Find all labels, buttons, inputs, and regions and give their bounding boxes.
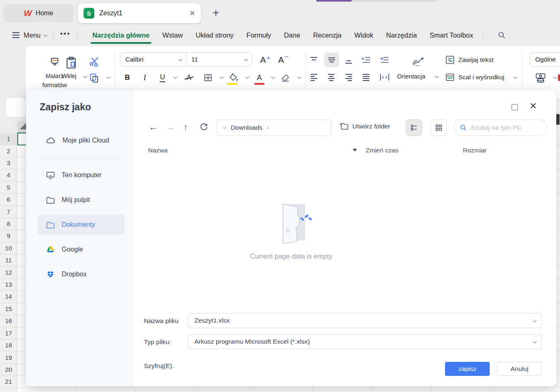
close-dialog-button[interactable]: ✕: [529, 102, 537, 110]
row-header[interactable]: 14: [0, 291, 17, 303]
borders-icon[interactable]: [201, 71, 215, 84]
row-header[interactable]: 11: [0, 254, 17, 266]
ribbon-tab[interactable]: Smart Toolbox: [430, 26, 473, 45]
copy-chevron-icon[interactable]: [106, 75, 110, 79]
breadcrumb-back-icon[interactable]: «: [223, 124, 227, 131]
ribbon-tab[interactable]: Narzędzia główne: [92, 26, 149, 45]
row-header[interactable]: 20: [0, 364, 17, 376]
create-folder-button[interactable]: Utwórz folder: [340, 122, 390, 130]
row-header[interactable]: 12: [0, 266, 17, 278]
sort-direction-icon[interactable]: [353, 149, 357, 152]
maximize-button[interactable]: [512, 104, 518, 110]
align-top-icon[interactable]: [307, 54, 321, 66]
save-button[interactable]: zapisz: [445, 362, 490, 376]
sidebar-item-cloud[interactable]: Moje pliki Cloud: [38, 131, 124, 150]
decrease-indent-icon[interactable]: [359, 54, 374, 66]
row-header[interactable]: 16: [0, 315, 17, 327]
justify-icon[interactable]: [359, 71, 373, 83]
select-all-corner[interactable]: [20, 123, 26, 129]
new-tab-button[interactable]: +: [213, 7, 219, 19]
row-header[interactable]: 19: [0, 352, 17, 363]
orientation-label[interactable]: Orientacja: [397, 73, 425, 80]
search-icon[interactable]: [498, 31, 506, 39]
orientation-chevron-icon[interactable]: [435, 74, 439, 78]
back-button[interactable]: ←: [149, 122, 158, 132]
list-view-toggle[interactable]: [406, 119, 422, 136]
number-format-combo[interactable]: Ogólne: [530, 52, 560, 67]
format-painter-label-2[interactable]: formatów: [26, 82, 84, 88]
file-type-combo[interactable]: Arkusz programu Microsoft Excel (*.xlsx): [188, 334, 542, 349]
column-header-modified[interactable]: Zmień czas: [366, 147, 398, 154]
hamburger-icon[interactable]: [12, 32, 19, 38]
strikethrough-icon[interactable]: A: [182, 71, 196, 84]
wrap-text-label[interactable]: Zawijaj tekst: [458, 56, 493, 64]
row-header[interactable]: 22: [0, 388, 17, 392]
ribbon-tab[interactable]: Układ strony: [196, 26, 234, 45]
row-header[interactable]: 6: [0, 194, 17, 206]
sidebar-item-dropbox[interactable]: Dropbox: [38, 264, 124, 284]
close-tab-icon[interactable]: ✕: [189, 9, 195, 18]
scrollbar-thumb[interactable]: [556, 114, 560, 125]
underline-chevron-icon[interactable]: [173, 75, 177, 79]
breadcrumb[interactable]: « Downloads ›: [217, 119, 331, 136]
row-header[interactable]: 2: [0, 145, 17, 157]
merge-center-icon[interactable]: [444, 72, 456, 83]
underline-icon[interactable]: U: [156, 71, 169, 84]
italic-icon[interactable]: I: [138, 71, 151, 84]
name-box[interactable]: [6, 98, 26, 117]
align-left-icon[interactable]: [307, 71, 321, 83]
file-type-chevron-icon[interactable]: [533, 339, 537, 343]
document-tab[interactable]: S Zeszyt1 ✕: [78, 3, 201, 23]
wrap-text-icon[interactable]: [444, 55, 456, 65]
up-button[interactable]: ↑: [183, 122, 188, 132]
align-right-icon[interactable]: [342, 71, 356, 83]
row-header[interactable]: 8: [0, 218, 17, 230]
distributed-align-icon[interactable]: [377, 71, 392, 83]
row-header[interactable]: 21: [0, 376, 17, 388]
row-header[interactable]: 9: [0, 230, 17, 242]
ribbon-tab[interactable]: Widok: [354, 26, 373, 45]
decrease-font-icon[interactable]: A−: [275, 53, 292, 67]
row-header[interactable]: 4: [0, 169, 17, 181]
font-color-icon[interactable]: A: [252, 70, 266, 85]
row-header[interactable]: 15: [0, 303, 17, 315]
row-header[interactable]: 7: [0, 206, 17, 218]
cut-icon[interactable]: [86, 54, 103, 69]
font-name-chevron-icon[interactable]: [178, 57, 182, 61]
eraser-icon[interactable]: [278, 71, 293, 84]
sidebar-item-this-pc[interactable]: Ten komputer: [38, 165, 124, 185]
row-header[interactable]: 1: [0, 133, 17, 145]
grid-view-toggle[interactable]: [431, 119, 447, 136]
row-header[interactable]: 18: [0, 340, 17, 352]
align-middle-icon[interactable]: [324, 52, 339, 67]
file-name-chevron-icon[interactable]: [533, 318, 537, 322]
forward-button[interactable]: →: [166, 122, 175, 132]
row-header[interactable]: 10: [0, 242, 17, 254]
font-size-chevron-icon[interactable]: [244, 57, 248, 61]
home-tab[interactable]: W Home: [3, 4, 74, 22]
fill-color-icon[interactable]: [227, 70, 241, 85]
ribbon-tab[interactable]: Dane: [284, 26, 300, 45]
bold-icon[interactable]: B: [121, 71, 134, 84]
currency-format-icon[interactable]: [534, 71, 548, 84]
row-header[interactable]: 17: [0, 328, 17, 340]
ribbon-tab[interactable]: Wstaw: [163, 26, 183, 45]
borders-chevron-icon[interactable]: [220, 75, 224, 79]
eraser-chevron-icon[interactable]: [297, 75, 302, 79]
cancel-button[interactable]: Anuluj: [497, 362, 542, 376]
file-name-combo[interactable]: Zeszyt1.xlsx: [188, 313, 542, 328]
breadcrumb-forward-icon[interactable]: ›: [267, 124, 269, 132]
ribbon-tab[interactable]: Formuły: [246, 26, 271, 45]
ribbon-tab[interactable]: Recenzja: [313, 26, 342, 45]
file-name-value[interactable]: Zeszyt1.xlsx: [189, 317, 530, 324]
font-color-chevron-icon[interactable]: [271, 75, 275, 79]
row-header[interactable]: 3: [0, 157, 17, 169]
ribbon-tab[interactable]: Narzędzia: [386, 26, 417, 45]
merge-center-label[interactable]: Scal i wyśrodkuj: [458, 74, 504, 81]
refresh-icon[interactable]: [199, 122, 208, 131]
orientation-icon[interactable]: ab: [409, 54, 428, 69]
file-type-value[interactable]: Arkusz programu Microsoft Excel (*.xlsx): [189, 338, 530, 345]
breadcrumb-current[interactable]: Downloads: [231, 124, 263, 131]
menu-button[interactable]: Menu: [24, 31, 41, 39]
fill-color-chevron-icon[interactable]: [245, 75, 249, 79]
